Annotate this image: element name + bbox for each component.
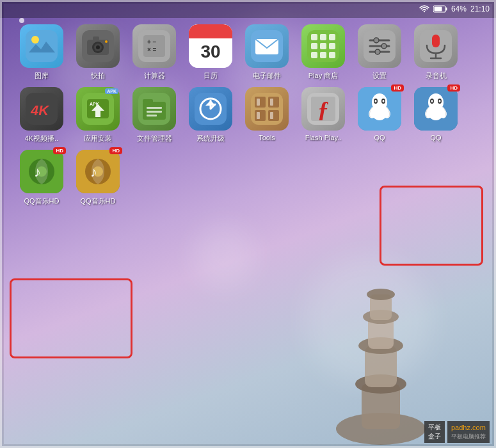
svg-text:30: 30 bbox=[200, 42, 220, 61]
app-playstore[interactable]: Play 商店 bbox=[298, 24, 349, 81]
svg-rect-37 bbox=[329, 43, 335, 49]
svg-rect-38 bbox=[311, 52, 317, 58]
app-row-3: ♪ HD QQ音乐HD ♪ HD QQ音乐HD bbox=[10, 150, 493, 206]
svg-rect-60 bbox=[147, 107, 162, 109]
qqmusic1-badge: HD bbox=[53, 147, 66, 154]
svg-rect-36 bbox=[320, 43, 326, 49]
gallery-icon bbox=[20, 24, 63, 68]
app-sysupgrade[interactable]: 系统升级 bbox=[185, 87, 236, 143]
battery-text: 64% bbox=[451, 4, 467, 13]
svg-rect-35 bbox=[311, 43, 317, 49]
svg-text:ƒ: ƒ bbox=[317, 97, 329, 122]
app-camera[interactable]: 快拍 bbox=[72, 24, 124, 81]
app-settings[interactable]: 设置 bbox=[354, 24, 405, 81]
svg-rect-71 bbox=[270, 99, 273, 106]
app-qq2[interactable]: HD QQ bbox=[410, 87, 461, 143]
sysupgrade-icon bbox=[189, 87, 232, 131]
svg-rect-70 bbox=[257, 99, 260, 106]
app-grid: 图库 快拍 bbox=[10, 24, 493, 212]
svg-rect-34 bbox=[329, 34, 335, 40]
svg-point-18 bbox=[96, 45, 100, 49]
camera-label: 快拍 bbox=[91, 71, 105, 81]
tools-icon bbox=[245, 87, 289, 131]
svg-point-81 bbox=[375, 100, 377, 102]
qq1-label: QQ bbox=[374, 134, 385, 141]
sysupgrade-label: 系统升级 bbox=[196, 134, 225, 143]
qq2-icon: HD bbox=[414, 87, 458, 131]
svg-point-88 bbox=[439, 100, 441, 102]
svg-rect-40 bbox=[329, 52, 335, 58]
app-email[interactable]: 电子邮件 bbox=[241, 24, 292, 81]
svg-rect-12 bbox=[26, 30, 58, 62]
qqmusic1-label: QQ音乐HD bbox=[24, 196, 60, 206]
svg-rect-62 bbox=[147, 115, 157, 116]
settings-label: 设置 bbox=[372, 71, 387, 81]
email-icon bbox=[245, 24, 289, 68]
qqmusic1-icon: ♪ HD bbox=[20, 150, 63, 193]
svg-text:×  =: × = bbox=[147, 46, 157, 53]
app-qqmusic2[interactable]: ♪ HD QQ音乐HD bbox=[72, 150, 124, 206]
watermark: 平板 盒子 padhz.com 平板电脑推荐 bbox=[424, 421, 490, 443]
svg-rect-59 bbox=[143, 99, 153, 103]
app-qqmusic1[interactable]: ♪ HD QQ音乐HD bbox=[16, 150, 67, 206]
svg-rect-67 bbox=[268, 97, 279, 108]
svg-text:♪: ♪ bbox=[90, 164, 97, 180]
qq1-icon: HD bbox=[358, 87, 401, 131]
battery-icon bbox=[433, 5, 447, 13]
svg-rect-33 bbox=[320, 34, 326, 40]
apk-badge: APK bbox=[105, 88, 118, 94]
svg-point-47 bbox=[375, 49, 380, 54]
app-flash[interactable]: ƒ Flash Play.. bbox=[298, 87, 349, 143]
svg-rect-11 bbox=[434, 7, 442, 12]
app-filemanager[interactable]: 文件管理器 bbox=[129, 87, 180, 143]
app-tools[interactable]: Tools bbox=[241, 87, 292, 143]
svg-rect-61 bbox=[147, 111, 162, 113]
svg-rect-49 bbox=[432, 35, 440, 47]
svg-text:♪: ♪ bbox=[34, 164, 41, 180]
app-calculator[interactable]: + – × = 计算器 bbox=[129, 24, 180, 81]
app-qq1[interactable]: HD QQ bbox=[354, 87, 405, 143]
svg-rect-27 bbox=[189, 31, 232, 38]
svg-rect-69 bbox=[268, 110, 279, 121]
qqmusic2-icon: ♪ HD bbox=[76, 150, 120, 193]
svg-point-82 bbox=[383, 100, 385, 102]
app-calendar[interactable]: 30 日历 bbox=[185, 24, 236, 81]
wifi-icon bbox=[419, 4, 429, 13]
svg-point-46 bbox=[381, 44, 387, 49]
app-recorder[interactable]: 录音机 bbox=[410, 24, 461, 81]
recorder-label: 录音机 bbox=[426, 71, 447, 81]
watermark-left: 平板 盒子 bbox=[424, 421, 445, 443]
svg-point-8 bbox=[367, 289, 395, 300]
calendar-label: 日历 bbox=[204, 71, 218, 81]
svg-point-45 bbox=[374, 38, 379, 43]
watermark-right: padhz.com 平板电脑推荐 bbox=[447, 421, 490, 443]
4k-icon: 4K bbox=[20, 87, 63, 131]
filemanager-label: 文件管理器 bbox=[137, 134, 172, 143]
svg-rect-32 bbox=[311, 34, 317, 40]
svg-point-87 bbox=[431, 100, 433, 102]
stone-decoration bbox=[317, 256, 445, 448]
svg-rect-39 bbox=[320, 52, 326, 58]
status-bar: 64% 21:10 bbox=[0, 0, 496, 18]
time-text: 21:10 bbox=[470, 4, 490, 13]
settings-icon bbox=[358, 24, 401, 68]
calc-icon: + – × = bbox=[132, 24, 176, 68]
qq2-label: QQ bbox=[430, 134, 441, 141]
app-gallery[interactable]: 图库 bbox=[16, 24, 67, 81]
flash-label: Flash Play.. bbox=[305, 134, 342, 141]
app-row-1: 图库 快拍 bbox=[10, 24, 493, 81]
playstore-icon bbox=[301, 24, 345, 68]
filemanager-icon bbox=[132, 87, 176, 131]
playstore-label: Play 商店 bbox=[308, 71, 338, 81]
app-apk[interactable]: APK APK 应用安装 bbox=[72, 87, 124, 143]
email-label: 电子邮件 bbox=[253, 71, 281, 81]
qq2-badge: HD bbox=[447, 84, 460, 92]
tools-label: Tools bbox=[259, 134, 275, 141]
gallery-label: 图库 bbox=[35, 71, 49, 81]
app-row-2: 4K 4K视频播.. APK APK 应用安装 bbox=[10, 87, 493, 143]
qq1-badge: HD bbox=[391, 84, 404, 92]
flash-icon: ƒ bbox=[301, 87, 345, 131]
svg-text:+  –: + – bbox=[147, 38, 157, 45]
app-4k[interactable]: 4K 4K视频播.. bbox=[16, 87, 67, 143]
calendar-icon: 30 bbox=[189, 24, 232, 68]
